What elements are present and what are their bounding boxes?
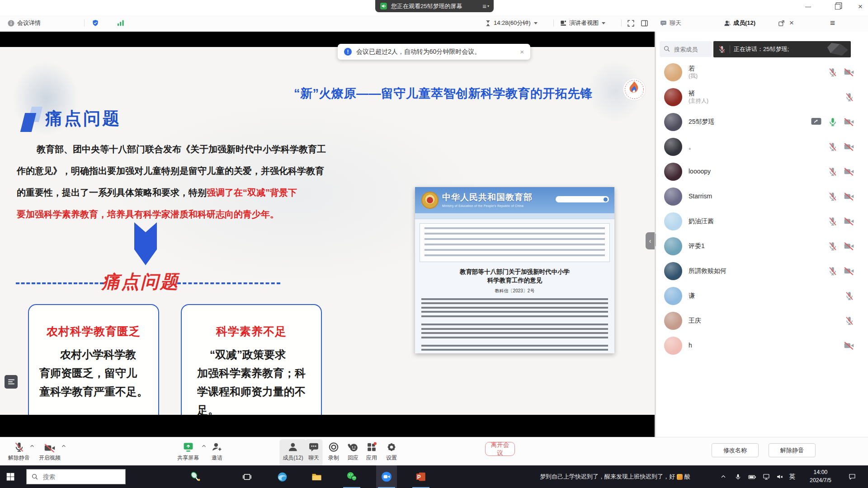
member-status-icons (844, 316, 854, 326)
member-name: 评委1 (689, 242, 705, 250)
tool-share[interactable]: 共享屏幕 (174, 439, 202, 467)
hidden-icons-chevron[interactable] (718, 465, 729, 488)
tool-apps[interactable]: 应用 (363, 439, 381, 467)
taskbar-app-powerpoint[interactable]: P (410, 465, 431, 488)
tab-members[interactable]: 成员(12) (723, 15, 755, 31)
news-icon (677, 474, 683, 480)
member-row[interactable]: 。 (656, 134, 868, 159)
avatar (664, 63, 682, 81)
side-panel-toggle-button[interactable] (640, 15, 649, 31)
taskbar-app-meeting[interactable] (376, 465, 397, 488)
member-role: (我) (689, 73, 698, 80)
member-search-input[interactable] (673, 41, 711, 58)
popout-icon (778, 19, 785, 27)
member-search-box[interactable] (660, 41, 712, 57)
doc-paragraph (421, 324, 608, 341)
tray-battery-icon[interactable] (746, 465, 758, 488)
start-button[interactable] (0, 465, 21, 488)
member-row[interactable]: 褚 (主持人) (656, 84, 868, 109)
muted-mic-icon (828, 67, 838, 77)
restore-button[interactable] (831, 0, 844, 14)
security-shield-icon[interactable] (91, 15, 99, 31)
member-row[interactable]: 王庆 (656, 308, 868, 333)
tab-chat[interactable]: 聊天 (660, 15, 681, 31)
member-row[interactable]: 评委1 (656, 234, 868, 258)
taskbar-app-edge[interactable] (272, 465, 292, 488)
screen-sharing-icon (811, 117, 822, 127)
tray-mic-icon[interactable] (732, 465, 743, 488)
taskbar-app-badminton[interactable] (185, 465, 206, 488)
close-window-button[interactable]: × (854, 0, 867, 14)
taskbar-news-ticker[interactable]: 梦到自己上学快迟到了，醒来发现上班快迟到了，好 酸 (540, 465, 690, 488)
member-status-icons (828, 192, 854, 202)
annotation-toolbar-toggle[interactable] (5, 375, 18, 389)
tool-label: 应用 (366, 454, 377, 462)
taskbar-app-explorer[interactable] (306, 465, 327, 488)
member-status-icons (828, 142, 854, 152)
taskbar-clock[interactable]: 14:00 2024/7/5 (801, 465, 840, 488)
slide-header-title: “新”火燎原——留守儿童萃智创新科学教育的开拓先锋 (294, 85, 593, 102)
tool-label: 共享屏幕 (177, 454, 199, 462)
action-center-button[interactable] (844, 465, 860, 488)
member-row[interactable]: 25邹梦瑶 (656, 109, 868, 134)
member-row[interactable]: 奶油汪酱 (656, 209, 868, 234)
meeting-timer[interactable]: 14:28(60分钟) (485, 15, 538, 31)
close-panel-button[interactable]: × (789, 15, 794, 31)
muted-mic-icon (14, 441, 25, 453)
tray-volume-muted-icon[interactable] (774, 465, 786, 488)
collapse-panel-handle[interactable]: ‹ (646, 232, 655, 249)
rename-button[interactable]: 修改名称 (712, 443, 759, 457)
avatar (664, 113, 682, 131)
member-name: 所謂救赎如何 (689, 267, 726, 275)
member-row[interactable]: 若 (我) (656, 60, 868, 84)
member-row[interactable]: h (656, 333, 868, 358)
member-row[interactable]: Starrism (656, 184, 868, 209)
windows-logo-icon (5, 472, 15, 482)
tool-members[interactable]: 成员(12) (279, 439, 306, 467)
muted-mic-icon (828, 142, 838, 152)
banner-menu-icon[interactable]: ≡▾ (482, 2, 489, 10)
member-row[interactable]: 谦 (656, 283, 868, 308)
fullscreen-button[interactable] (627, 15, 635, 31)
meeting-bottom-toolbar: 解除静音 开启视频 共享屏幕 邀请 成员(12) 聊天 录制 回应 应用 (0, 437, 868, 466)
camera-off-icon (44, 443, 56, 453)
taskbar-search-box[interactable] (26, 469, 126, 484)
tool-chat[interactable]: 聊天 (305, 439, 323, 467)
tool-options-chevron[interactable] (30, 444, 34, 448)
meeting-details-button[interactable]: 会议详情 (7, 15, 41, 31)
tray-ime-indicator[interactable]: 英 (787, 465, 797, 488)
camera-off-icon (844, 167, 854, 176)
toast-close-icon[interactable]: × (520, 48, 524, 56)
tool-record[interactable]: 录制 (325, 439, 343, 467)
camera-off-icon (844, 267, 854, 276)
network-signal-icon[interactable] (117, 15, 125, 31)
tool-settings[interactable]: 设置 (383, 439, 401, 467)
minimize-button[interactable] (801, 0, 815, 14)
tool-invite[interactable]: 邀请 (208, 439, 226, 467)
title-quote-icon (20, 113, 36, 132)
tool-unmute[interactable]: 解除静音 (5, 439, 33, 467)
popout-panel-button[interactable] (778, 15, 785, 31)
tray-network-icon[interactable] (760, 465, 772, 488)
view-mode-selector[interactable]: 演讲者视图 (560, 15, 605, 31)
doc-paragraph (421, 298, 608, 319)
tool-video[interactable]: 开启视频 (36, 439, 64, 467)
clock-date: 2024/7/5 (810, 477, 831, 485)
ministry-document-image: 中华人民共和国教育部 Ministry of Education of the … (415, 187, 614, 353)
taskbar-search-input[interactable] (42, 473, 116, 481)
tool-react[interactable]: 回应 (344, 439, 362, 467)
task-view-button[interactable] (236, 465, 257, 488)
doc-site-header: 中华人民共和国教育部 Ministry of Education of the … (415, 187, 614, 213)
panel-unmute-button[interactable]: 解除静音 (769, 443, 816, 457)
member-row[interactable]: 所謂救赎如何 (656, 258, 868, 283)
tool-options-chevron[interactable] (61, 444, 66, 448)
member-row[interactable]: loooopy (656, 159, 868, 184)
search-icon (31, 473, 38, 480)
taskbar-app-wechat[interactable] (341, 465, 362, 488)
avatar (664, 88, 682, 106)
leave-meeting-button[interactable]: 离开会议 (485, 442, 515, 456)
panel-menu-button[interactable]: ≡ (830, 15, 835, 31)
pain-point-title: 痛点问题 (102, 269, 179, 294)
tool-label: 录制 (328, 454, 340, 462)
tool-options-chevron[interactable] (202, 444, 206, 448)
